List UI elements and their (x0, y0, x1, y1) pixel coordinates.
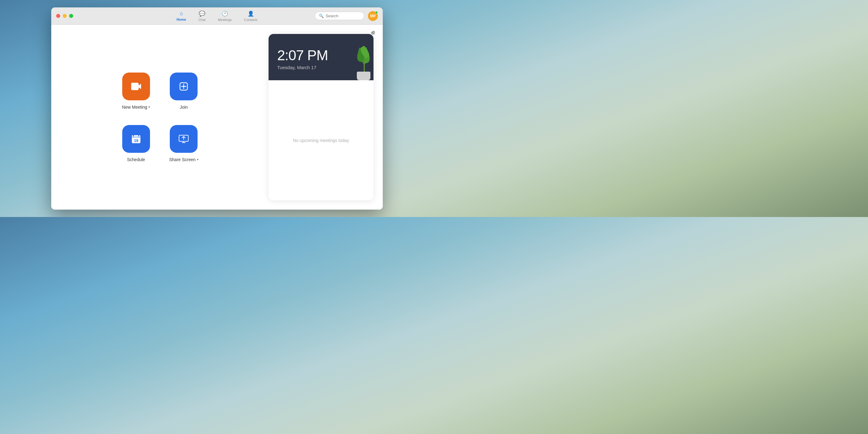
tab-contacts[interactable]: 👤 Contacts (238, 9, 264, 24)
meetings-icon: 🕐 (222, 10, 228, 17)
tab-chat-label: Chat (198, 18, 206, 22)
actions-panel: New Meeting ▾ Join (51, 25, 269, 210)
tab-meetings[interactable]: 🕐 Meetings (212, 9, 238, 24)
tab-home-label: Home (177, 18, 186, 21)
calendar-panel: 2:07 PM Tuesday, March 17 No upcoming me… (269, 25, 383, 210)
search-icon: 🔍 (319, 13, 324, 18)
minimize-button[interactable] (63, 14, 67, 18)
tab-chat[interactable]: 💬 Chat (192, 9, 212, 24)
contacts-icon: 👤 (248, 10, 254, 17)
new-meeting-chevron: ▾ (149, 105, 150, 108)
join-item[interactable]: Join (169, 72, 198, 110)
calendar-card: 2:07 PM Tuesday, March 17 No upcoming me… (269, 34, 373, 200)
join-button[interactable] (170, 72, 197, 100)
join-label: Join (180, 105, 188, 110)
actions-grid: New Meeting ▾ Join (121, 72, 198, 162)
calendar-icon: 19 (129, 132, 143, 146)
avatar[interactable]: MP (368, 11, 378, 21)
search-box[interactable]: 🔍 (315, 12, 364, 20)
chat-icon: 💬 (199, 10, 205, 17)
schedule-label: Schedule (127, 157, 145, 162)
camera-icon (129, 80, 143, 93)
close-button[interactable] (56, 14, 60, 18)
share-screen-label: Share Screen ▾ (169, 157, 198, 162)
title-bar-right: 🔍 MP (315, 11, 378, 21)
plant-stem (364, 61, 365, 73)
svg-rect-3 (133, 134, 134, 136)
app-window: ⌂ Home 💬 Chat 🕐 Meetings 👤 Contacts 🔍 (51, 7, 383, 210)
plant-illustration (349, 37, 373, 80)
nav-tabs: ⌂ Home 💬 Chat 🕐 Meetings 👤 Contacts (170, 9, 264, 24)
new-meeting-label: New Meeting ▾ (122, 105, 150, 110)
share-screen-icon (177, 132, 190, 145)
tab-contacts-label: Contacts (244, 18, 257, 22)
no-meetings-text: No upcoming meetings today (293, 138, 349, 143)
avatar-status-badge (375, 11, 378, 14)
share-screen-chevron: ▾ (197, 158, 198, 161)
plant-pot (357, 72, 370, 80)
svg-text:19: 19 (134, 138, 138, 143)
search-input[interactable] (326, 13, 360, 18)
share-screen-button[interactable] (170, 125, 197, 153)
calendar-body: No upcoming meetings today (269, 80, 373, 200)
tab-home[interactable]: ⌂ Home (170, 9, 192, 23)
new-meeting-item[interactable]: New Meeting ▾ (121, 72, 151, 110)
tab-meetings-label: Meetings (218, 18, 232, 22)
avatar-initials: MP (370, 14, 376, 18)
plus-icon (177, 80, 190, 93)
schedule-item[interactable]: 19 Schedule (121, 125, 151, 162)
home-icon: ⌂ (180, 10, 183, 17)
calendar-header: 2:07 PM Tuesday, March 17 (269, 34, 373, 80)
share-screen-item[interactable]: Share Screen ▾ (169, 125, 198, 162)
maximize-button[interactable] (69, 14, 73, 18)
svg-rect-4 (138, 134, 139, 136)
main-content: New Meeting ▾ Join (51, 25, 383, 210)
traffic-lights (56, 14, 73, 18)
settings-button[interactable] (370, 30, 377, 38)
title-bar: ⌂ Home 💬 Chat 🕐 Meetings 👤 Contacts 🔍 (51, 7, 383, 25)
new-meeting-button[interactable] (122, 72, 150, 100)
schedule-button[interactable]: 19 (122, 125, 150, 153)
